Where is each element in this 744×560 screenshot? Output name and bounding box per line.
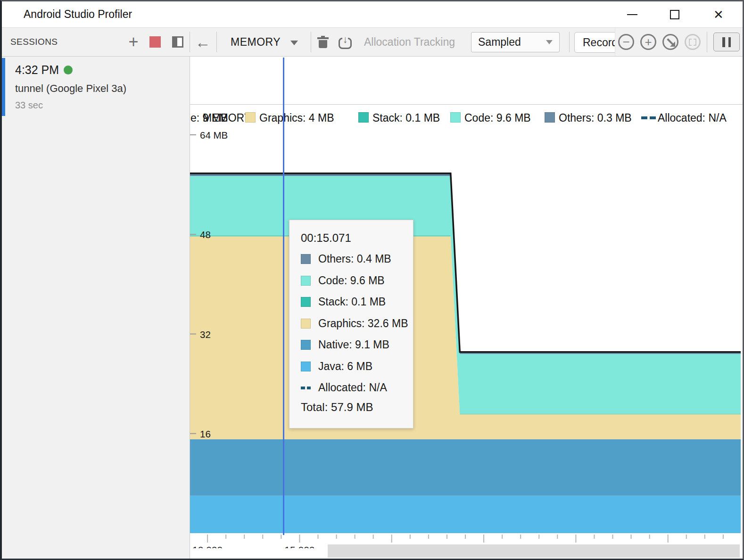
allocated-dash-icon [301,387,311,389]
pause-icon [722,37,725,47]
allocation-tracking-label: Allocation Tracking [364,36,455,49]
session-time: 4:32 PM [15,63,59,77]
area-native [190,439,741,496]
tooltip-row-label: Allocated: N/A [318,381,387,394]
tooltip-row: Graphics: 32.6 MB [301,313,413,335]
sessions-header-label: SESSIONS [10,37,58,47]
chart-tooltip: 00:15.071 Others: 0.4 MBCode: 9.6 MBStac… [289,220,413,428]
chevron-down-icon [546,40,553,44]
close-button[interactable]: ✕ [708,4,729,25]
legend-item-label: Allocated: N/A [658,112,727,124]
memory-chart-region: 16324864 MB10.00015.00020.00025.00030.00… [190,57,743,559]
legend-swatch [245,112,256,123]
toolbar: SESSIONS + ← MEMORY ↓ Allocation Trackin… [2,27,743,57]
tooltip-row: Stack: 0.1 MB [301,291,413,313]
tooltip-row-label: Others: 0.4 MB [318,253,391,265]
zoom-to-selection-button[interactable] [685,34,701,50]
profiler-type-dropdown[interactable]: MEMORY [231,36,281,49]
profiler-window: Android Studio Profiler ✕ SESSIONS + ← M… [0,0,744,560]
session-list-item[interactable]: 4:32 PM tunnel (Google Pixel 3a) 33 sec [5,58,190,116]
reset-zoom-button[interactable] [662,34,678,50]
close-icon: ✕ [713,8,724,21]
tooltip-row: Native: 9.1 MB [301,334,413,356]
minus-icon: − [622,36,629,48]
tooltip-row-label: Graphics: 32.6 MB [318,317,408,330]
stop-icon [149,36,161,48]
zoom-out-button[interactable]: − [618,34,634,50]
tooltip-rows: Others: 0.4 MBCode: 9.6 MBStack: 0.1 MBG… [301,248,413,399]
live-session-dot [64,66,73,74]
chevron-down-icon[interactable] [290,41,298,45]
frame-selection-icon [689,39,692,46]
session-device: tunnel (Google Pixel 3a) [15,82,126,95]
maximize-icon [670,10,679,19]
legend-item-label: Others: 0.3 MB [559,112,632,124]
chart-title: MEMORY [203,112,251,124]
capture-heap-dump-button[interactable]: ↓ [339,36,352,49]
tooltip-swatch [301,276,311,286]
y-axis-label: 32 [200,329,211,340]
split-panel-icon [172,36,183,48]
session-duration: 33 sec [15,100,43,111]
area-java [190,496,741,533]
tooltip-row: Code: 9.6 MB [301,270,413,292]
tooltip-row-label: Native: 9.1 MB [318,338,389,351]
window-title: Android Studio Profiler [24,8,132,21]
toolbar-divider [216,32,217,52]
add-session-button[interactable]: + [124,33,142,51]
timeline-selection-line[interactable] [283,58,284,535]
toolbar-divider [311,32,311,52]
plus-icon: + [128,33,138,50]
sampling-mode-value: Sampled [478,36,521,49]
y-axis-label: 16 [200,428,211,439]
tooltip-swatch [301,254,311,264]
toolbar-divider [707,32,707,52]
maximize-button[interactable] [664,4,686,25]
horizontal-scrollbar-thumb[interactable] [328,544,740,558]
tooltip-row: Others: 0.4 MB [301,248,413,270]
zoom-controls-panel: − + [615,28,737,56]
x-axis-label: 15.000 [284,544,314,548]
tooltip-swatch [301,340,311,350]
x-axis-label: 10.000 [192,544,223,548]
chart-legend: e: 9 MB MEMORY Graphics: 4 MBStack: 0.1 … [190,104,743,132]
y-axis-label: 48 [200,229,211,240]
legend-swatch [450,112,461,123]
reset-zoom-icon [666,38,675,46]
legend-swatch [545,112,555,123]
toolbar-divider [569,32,570,52]
tooltip-row-label: Java: 6 MB [318,360,372,373]
tooltip-timestamp: 00:15.071 [301,231,413,245]
legend-item-label: Stack: 0.1 MB [372,112,440,124]
toolbar-divider [190,32,190,52]
memory-timeline-chart[interactable]: 16324864 MB10.00015.00020.00025.00030.00… [190,104,741,548]
title-bar: Android Studio Profiler ✕ [2,1,743,27]
back-arrow-icon: ← [195,34,211,50]
legend-swatch [358,112,369,123]
tooltip-row: Java: 6 MB [301,356,413,378]
selected-session-accent [2,58,5,116]
legend-item-label: Code: 9.6 MB [464,112,531,124]
collapse-panel-button[interactable] [169,33,187,51]
pause-live-button[interactable] [713,33,740,51]
legend-item-label: Graphics: 4 MB [259,112,334,124]
allocated-dash-icon [641,116,656,119]
tooltip-total: Total: 57.9 MB [301,401,413,414]
minimize-icon [627,14,637,16]
tooltip-swatch [301,297,311,307]
minimize-button[interactable] [621,4,643,25]
stop-session-button[interactable] [146,33,164,51]
sessions-panel: 4:32 PM tunnel (Google Pixel 3a) 33 sec [2,57,190,559]
zoom-in-button[interactable]: + [640,34,656,50]
tooltip-row: Allocated: N/A [301,377,413,399]
plus-icon: + [645,36,652,48]
gc-trash-button[interactable] [317,36,329,49]
sampling-mode-select[interactable]: Sampled [471,32,560,52]
tooltip-row-label: Stack: 0.1 MB [318,296,386,308]
tooltip-row-label: Code: 9.6 MB [318,274,385,287]
tooltip-swatch [301,319,311,329]
back-button[interactable]: ← [193,33,212,51]
tooltip-swatch [301,362,311,371]
